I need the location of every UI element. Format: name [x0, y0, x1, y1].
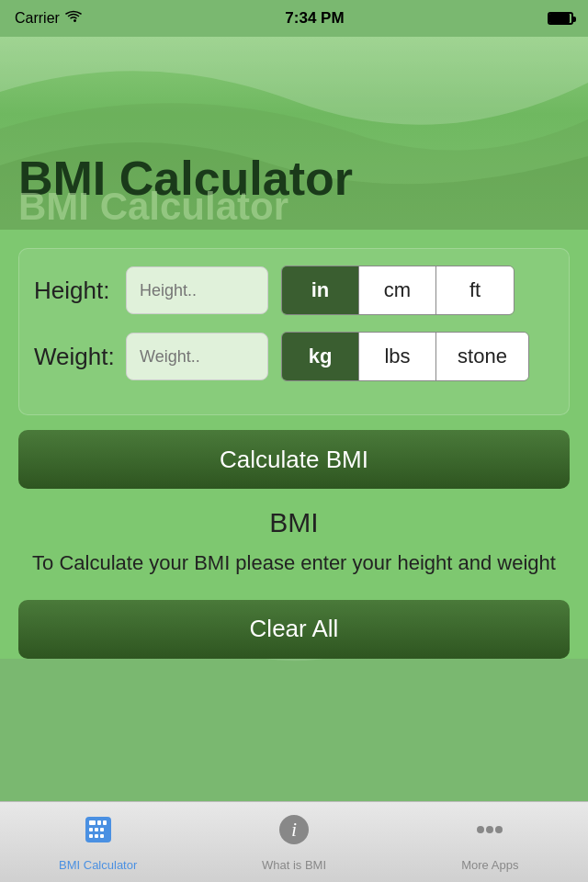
svg-point-26: [486, 826, 493, 833]
tab-bmi-calculator-label: BMI Calculator: [59, 858, 137, 872]
svg-rect-21: [95, 834, 98, 838]
tab-what-is-bmi[interactable]: i What is BMI: [196, 813, 391, 872]
weight-unit-group: kg lbs stone: [281, 332, 529, 381]
tab-more-apps-label: More Apps: [461, 858, 518, 872]
weight-label: Weight:: [34, 343, 126, 371]
app-subtitle: BMI Calculator: [18, 187, 288, 226]
inputs-area: Height: in cm ft Weight: kg lbs stone: [18, 248, 570, 415]
svg-rect-16: [103, 820, 107, 825]
height-unit-group: in cm ft: [281, 266, 514, 315]
weight-input[interactable]: [126, 333, 268, 380]
svg-point-25: [477, 826, 484, 833]
weight-unit-lbs[interactable]: lbs: [359, 333, 436, 380]
more-dots-icon: [473, 813, 506, 854]
weight-row: Weight: kg lbs stone: [34, 332, 554, 381]
svg-rect-19: [100, 828, 104, 831]
tab-more-apps[interactable]: More Apps: [392, 813, 588, 872]
carrier-label: Carrier: [15, 10, 82, 27]
svg-rect-14: [89, 820, 96, 825]
calculate-button[interactable]: Calculate BMI: [18, 430, 570, 489]
weight-unit-kg[interactable]: kg: [282, 333, 359, 380]
tab-bar: BMI Calculator i What is BMI More Apps: [0, 801, 588, 882]
info-icon: i: [277, 813, 311, 854]
height-row: Height: in cm ft: [34, 266, 554, 315]
svg-text:i: i: [291, 818, 297, 841]
height-unit-cm[interactable]: cm: [359, 266, 436, 314]
tab-what-is-bmi-label: What is BMI: [262, 858, 326, 872]
svg-rect-20: [89, 834, 93, 838]
svg-rect-15: [97, 820, 101, 825]
bmi-description: To Calculate your BMI please enter your …: [18, 549, 570, 578]
content-area: Height: in cm ft Weight: kg lbs stone: [0, 230, 588, 659]
wifi-icon: [65, 10, 82, 27]
calculator-icon: [82, 813, 115, 854]
tab-bmi-calculator[interactable]: BMI Calculator: [0, 813, 196, 872]
height-unit-in[interactable]: in: [282, 266, 359, 314]
svg-point-27: [495, 826, 503, 833]
battery-icon: [548, 12, 573, 25]
clear-all-button[interactable]: Clear All: [18, 600, 570, 659]
height-unit-ft[interactable]: ft: [436, 266, 514, 314]
status-bar: Carrier 7:34 PM: [0, 0, 588, 37]
bmi-result-label: BMI: [18, 507, 570, 538]
main-content: 200 220 240 140 160 60 80 Height: in cm …: [0, 230, 588, 882]
header-area: BMI Calculator BMI Calculator: [0, 37, 588, 230]
clock: 7:34 PM: [285, 9, 344, 28]
svg-rect-22: [100, 834, 104, 838]
height-label: Height:: [34, 277, 126, 305]
svg-rect-17: [89, 828, 93, 831]
svg-rect-18: [95, 828, 98, 831]
weight-unit-stone[interactable]: stone: [436, 333, 528, 380]
height-input[interactable]: [126, 266, 268, 314]
